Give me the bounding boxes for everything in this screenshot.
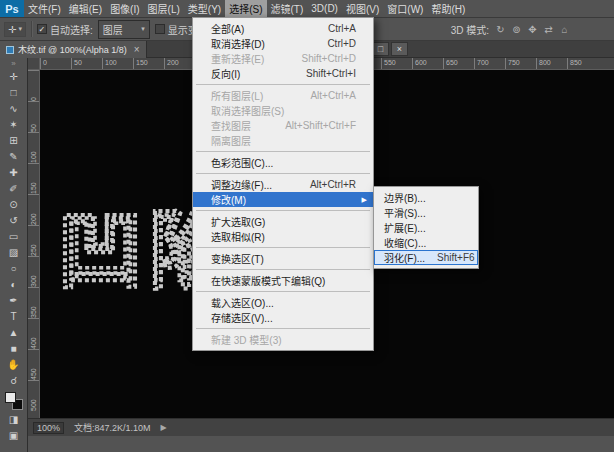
menu-item[interactable]: 新建 3D 模型(3) <box>193 332 373 347</box>
menu-item[interactable]: 扩大选取(G) <box>193 214 373 229</box>
tool-button[interactable]: ∿ <box>2 100 26 116</box>
window-control-button[interactable]: □ <box>372 42 389 56</box>
tool-button[interactable]: ↺ <box>2 212 26 228</box>
menubar-item[interactable]: 选择(S) <box>225 0 266 17</box>
color-swatches[interactable] <box>4 391 24 411</box>
3d-mode-icon[interactable]: ⇄ <box>542 24 555 35</box>
submenu-item[interactable]: 羽化(F)... Shift+F6 <box>374 250 478 265</box>
menu-item[interactable]: 重新选择(E) Shift+Ctrl+D <box>193 51 373 66</box>
tool-button[interactable]: ▨ <box>2 244 26 260</box>
menubar-item[interactable]: 类型(Y) <box>184 0 225 17</box>
document-tab[interactable]: 木纹.tif @ 100%(Alpha 1/8) × <box>0 41 147 58</box>
foreground-color-swatch[interactable] <box>5 392 16 403</box>
menubar-item[interactable]: 3D(D) <box>307 0 342 17</box>
menu-item[interactable]: 在快速蒙版模式下编辑(Q) <box>193 273 373 288</box>
menubar-item[interactable]: 滤镜(T) <box>267 0 308 17</box>
menu-item[interactable]: 取消选择图层(S) <box>193 103 373 118</box>
auto-select-checkbox[interactable]: ✓ 自动选择: <box>37 22 93 37</box>
menu-item[interactable]: 选取相似(R) <box>193 229 373 244</box>
submenu-item[interactable]: 平滑(S)... <box>374 205 478 220</box>
menu-item[interactable] <box>193 148 373 155</box>
tool-icon: T <box>10 311 16 322</box>
tool-button[interactable]: ☌ <box>2 372 26 388</box>
checkbox-unchecked-icon[interactable] <box>155 24 165 34</box>
ruler-tick: 150 <box>28 163 39 194</box>
tool-icon: ◐ <box>10 279 16 290</box>
ruler-origin-corner[interactable] <box>28 58 40 70</box>
menubar-item[interactable]: 帮助(H) <box>427 0 469 17</box>
ruler-label: 700 <box>474 58 505 69</box>
menu-item[interactable]: 隔离图层 <box>193 133 373 148</box>
tool-button[interactable]: ✶ <box>2 116 26 132</box>
tool-button[interactable]: ✚ <box>2 164 26 180</box>
zoom-level-field[interactable]: 100% <box>33 422 64 434</box>
menu-item[interactable] <box>193 288 373 295</box>
tool-button[interactable]: ✎ <box>2 148 26 164</box>
submenu-item[interactable]: 边界(B)... <box>374 190 478 205</box>
auto-select-target-dropdown[interactable]: 图层 ▾ <box>98 20 150 39</box>
quick-mask-button[interactable]: ◨ <box>2 411 26 427</box>
menu-item[interactable] <box>193 170 373 177</box>
tool-button[interactable]: ⊙ <box>2 196 26 212</box>
tool-button[interactable]: ○ <box>2 260 26 276</box>
menu-item[interactable]: 存储选区(V)... <box>193 310 373 325</box>
menu-item[interactable]: 取消选择(D) Ctrl+D <box>193 36 373 51</box>
menubar-item[interactable]: 文件(F) <box>24 0 65 17</box>
tool-button[interactable]: ⊞ <box>2 132 26 148</box>
status-options-arrow-icon[interactable]: ▶ <box>161 423 167 432</box>
menubar-item[interactable]: 窗口(W) <box>383 0 427 17</box>
tool-button[interactable]: ✋ <box>2 356 26 372</box>
tool-button[interactable]: ▭ <box>2 228 26 244</box>
menubar-item[interactable]: 图层(L) <box>144 0 184 17</box>
menu-item[interactable]: 修改(M) ▶ <box>193 192 373 207</box>
window-control-button[interactable]: × <box>391 42 408 56</box>
menu-item[interactable]: 查找图层 Alt+Shift+Ctrl+F <box>193 118 373 133</box>
menu-item[interactable] <box>193 266 373 273</box>
tool-button[interactable]: ◐ <box>2 276 26 292</box>
3d-mode-icon[interactable]: ⊚ <box>510 24 523 35</box>
ruler-label: 0 <box>30 71 37 101</box>
menu-item-label: 选取相似(R) <box>211 229 265 244</box>
3d-mode-icon[interactable]: ⌂ <box>558 24 571 35</box>
submenu-item[interactable]: 收缩(C)... <box>374 235 478 250</box>
submenu-item[interactable]: 扩展(E)... <box>374 220 478 235</box>
menu-item[interactable] <box>193 244 373 251</box>
tool-button[interactable]: ✛ <box>2 68 26 84</box>
ruler-label: 600 <box>412 58 443 69</box>
menu-item[interactable]: 反向(I) Shift+Ctrl+I <box>193 66 373 81</box>
menu-item-shortcut: Alt+Shift+Ctrl+F <box>273 120 356 131</box>
tool-button[interactable]: ✐ <box>2 180 26 196</box>
auto-select-label: 自动选择: <box>50 22 93 37</box>
tool-button[interactable]: □ <box>2 84 26 100</box>
menu-item[interactable]: 所有图层(L) Alt+Ctrl+A <box>193 88 373 103</box>
3d-mode-label: 3D 模式: <box>451 22 489 37</box>
menu-item[interactable]: 调整边缘(F)... Alt+Ctrl+R <box>193 177 373 192</box>
menu-item[interactable] <box>193 81 373 88</box>
ruler-tick: 300 <box>28 256 39 287</box>
menu-item[interactable]: 载入选区(O)... <box>193 295 373 310</box>
tool-button[interactable]: T <box>2 308 26 324</box>
collapse-panel-icon[interactable]: » <box>0 59 27 68</box>
ruler-label: 850 <box>567 58 598 69</box>
menubar-item-label: 窗口(W) <box>387 1 423 16</box>
menu-item[interactable]: 色彩范围(C)... <box>193 155 373 170</box>
checkbox-checked-icon[interactable]: ✓ <box>37 24 47 34</box>
3d-mode-icon[interactable]: ✥ <box>526 24 539 35</box>
menu-item[interactable]: 全部(A) Ctrl+A <box>193 21 373 36</box>
screen-mode-button[interactable]: ▣ <box>2 427 26 443</box>
ruler-label: 400 <box>30 319 37 349</box>
menu-item[interactable] <box>193 207 373 214</box>
tool-button[interactable]: ▲ <box>2 324 26 340</box>
menubar-item[interactable]: 视图(V) <box>342 0 383 17</box>
tool-button[interactable]: ✒ <box>2 292 26 308</box>
menubar-item[interactable]: 编辑(E) <box>65 0 106 17</box>
menu-item[interactable]: 变换选区(T) <box>193 251 373 266</box>
vertical-ruler[interactable]: 0 50 100 150 200 250 300 350 400 450 500 <box>28 70 40 418</box>
tool-preset-picker[interactable]: ✛ ▾ <box>4 22 26 37</box>
close-tab-icon[interactable]: × <box>134 44 140 55</box>
3d-mode-icon[interactable]: ↻ <box>494 24 507 35</box>
ruler-tick: 200 <box>28 194 39 225</box>
tool-button[interactable]: ■ <box>2 340 26 356</box>
menu-item[interactable] <box>193 325 373 332</box>
menubar-item[interactable]: 图像(I) <box>106 0 143 17</box>
